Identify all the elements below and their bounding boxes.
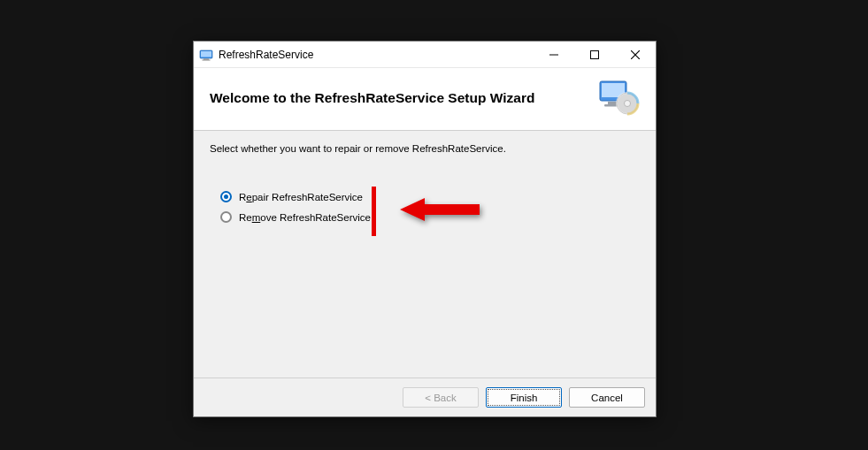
option-repair[interactable]: Repair RefreshRateService <box>220 191 640 202</box>
option-remove-label: Remove RefreshRateService <box>239 212 371 223</box>
installer-window: RefreshRateService Welcome to the Refres… <box>193 41 657 417</box>
back-button: < Back <box>403 387 479 408</box>
wizard-title: Welcome to the RefreshRateService Setup … <box>210 90 590 106</box>
wizard-header: Welcome to the RefreshRateService Setup … <box>194 68 656 131</box>
option-remove[interactable]: Remove RefreshRateService <box>220 211 640 223</box>
cancel-button[interactable]: Cancel <box>569 387 645 408</box>
instruction-text: Select whether you want to repair or rem… <box>210 143 640 154</box>
maximize-button[interactable] <box>574 42 615 67</box>
radio-remove[interactable] <box>220 211 232 223</box>
svg-point-14 <box>625 101 631 107</box>
app-icon <box>199 48 213 62</box>
minimize-button[interactable] <box>534 42 574 67</box>
radio-repair[interactable] <box>220 191 232 202</box>
svg-rect-1 <box>201 51 211 57</box>
wizard-body: Select whether you want to repair or rem… <box>194 131 656 378</box>
finish-button[interactable]: Finish <box>486 387 562 408</box>
svg-rect-3 <box>203 59 211 60</box>
options-group: Repair RefreshRateService Remove Refresh… <box>210 191 640 223</box>
wizard-footer: < Back Finish Cancel <box>194 378 656 416</box>
option-repair-label: Repair RefreshRateService <box>239 192 363 202</box>
installer-icon <box>597 79 640 118</box>
svg-rect-5 <box>591 50 599 58</box>
window-title: RefreshRateService <box>219 49 534 61</box>
close-button[interactable] <box>615 42 656 67</box>
titlebar: RefreshRateService <box>194 42 656 68</box>
window-controls <box>534 42 656 67</box>
